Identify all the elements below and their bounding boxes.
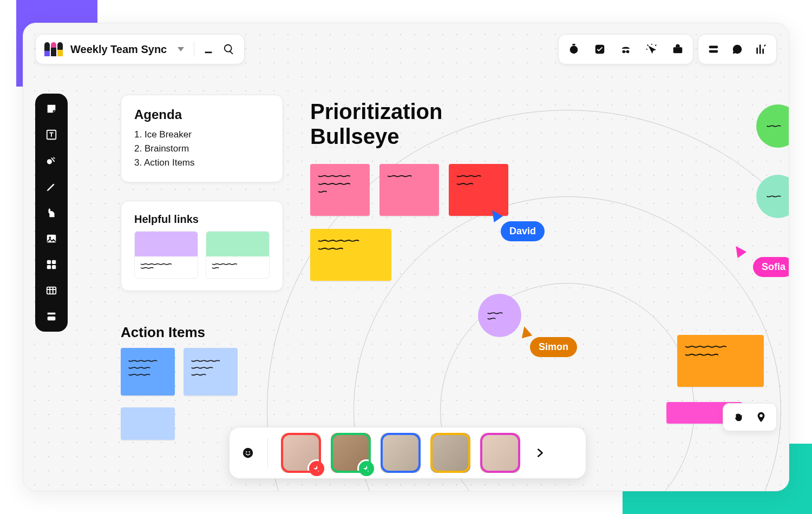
- sticky-note-orange[interactable]: [677, 335, 764, 387]
- sticky-note-lightblue[interactable]: [121, 407, 175, 440]
- sticky-note-icon[interactable]: [44, 101, 59, 116]
- participant-avatar[interactable]: ★: [281, 433, 321, 473]
- tool-dock: [35, 94, 68, 332]
- avatar-image: [480, 433, 520, 473]
- svg-point-20: [246, 451, 247, 452]
- svg-point-19: [243, 448, 253, 458]
- avatar-image: [331, 433, 371, 473]
- sticky-note-lightblue[interactable]: [184, 348, 238, 396]
- cursor-click-icon[interactable]: [645, 43, 658, 56]
- svg-point-4: [626, 50, 630, 54]
- cursor-tag: Sofia: [753, 257, 789, 277]
- sticky-note-blue[interactable]: [121, 348, 175, 396]
- text-frame-icon[interactable]: [44, 127, 59, 142]
- app-window: Weekly Team Sync Agenda: [23, 23, 789, 491]
- cursor-tag: David: [501, 221, 545, 241]
- svg-point-11: [49, 236, 51, 239]
- svg-point-3: [623, 50, 626, 54]
- location-pin-icon[interactable]: [755, 411, 768, 424]
- sticky-note-yellow[interactable]: [310, 229, 391, 281]
- view-controls-panel: [723, 403, 777, 431]
- download-icon[interactable]: [202, 43, 215, 56]
- timer-icon[interactable]: [567, 43, 580, 56]
- cursor-tag: Simon: [530, 337, 577, 357]
- avatar-image: [281, 433, 321, 473]
- dock-icon[interactable]: [44, 309, 59, 324]
- top-toolbar-b: [698, 34, 777, 64]
- links-card[interactable]: Helpful links: [121, 201, 283, 291]
- board-title-bar: Weekly Team Sync: [35, 34, 245, 64]
- participant-avatar[interactable]: [430, 433, 470, 473]
- link-thumbnail[interactable]: [134, 231, 198, 279]
- board-title[interactable]: Weekly Team Sync: [70, 43, 167, 56]
- agenda-heading: Agenda: [134, 107, 270, 122]
- table-icon[interactable]: [44, 283, 59, 298]
- participant-avatar[interactable]: ★: [331, 433, 371, 473]
- svg-rect-5: [673, 47, 683, 53]
- avatar-image: [430, 433, 470, 473]
- top-toolbar-a: [558, 34, 693, 64]
- svg-rect-18: [48, 317, 56, 320]
- svg-rect-13: [52, 260, 56, 264]
- svg-point-0: [570, 46, 578, 54]
- action-items-title: Action Items: [121, 324, 205, 341]
- svg-rect-6: [709, 46, 718, 49]
- host-badge-icon: ★: [309, 461, 324, 476]
- checkbox-icon[interactable]: [593, 43, 606, 56]
- svg-rect-17: [48, 313, 56, 315]
- sticky-note-pink[interactable]: [310, 164, 370, 216]
- reactions-icon[interactable]: [241, 446, 254, 459]
- app-logo-icon: [44, 40, 63, 58]
- participant-avatar[interactable]: [480, 433, 520, 473]
- image-icon[interactable]: [44, 231, 59, 246]
- list-icon[interactable]: [707, 43, 720, 56]
- comment-icon[interactable]: [731, 43, 744, 56]
- agenda-item: Action Items: [134, 156, 270, 170]
- participant-avatar[interactable]: [381, 433, 421, 473]
- link-thumbnail[interactable]: [206, 231, 270, 279]
- toolbox-icon[interactable]: [671, 43, 684, 56]
- hand-icon[interactable]: [732, 411, 745, 424]
- separator: [194, 42, 194, 57]
- svg-point-9: [47, 159, 52, 164]
- svg-rect-7: [709, 50, 718, 53]
- sticky-note-pink[interactable]: [379, 164, 439, 216]
- svg-rect-16: [47, 287, 56, 294]
- agenda-item: Brainstorm: [134, 142, 270, 156]
- svg-rect-15: [52, 265, 56, 269]
- agenda-card[interactable]: Agenda Ice Breaker Brainstorm Action Ite…: [121, 95, 283, 182]
- svg-rect-1: [572, 44, 575, 45]
- links-heading: Helpful links: [134, 213, 270, 226]
- avatar-image: [381, 433, 421, 473]
- thumbnail-swatch: [206, 232, 269, 256]
- search-icon[interactable]: [222, 43, 235, 56]
- next-participants-button[interactable]: [530, 443, 549, 463]
- sticky-note-red[interactable]: [449, 164, 508, 216]
- pen-icon[interactable]: [44, 179, 59, 194]
- apps-icon[interactable]: [44, 257, 59, 272]
- agenda-list: Ice Breaker Brainstorm Action Items: [134, 128, 270, 170]
- chevron-down-icon[interactable]: [178, 47, 184, 51]
- incognito-icon[interactable]: [619, 43, 632, 56]
- agenda-item: Ice Breaker: [134, 128, 270, 142]
- separator: [267, 438, 268, 468]
- svg-rect-14: [47, 265, 51, 269]
- llama-icon[interactable]: [44, 205, 59, 220]
- chart-icon[interactable]: [755, 43, 768, 56]
- cohost-badge-icon: ★: [359, 461, 374, 476]
- shapes-icon[interactable]: [44, 153, 59, 168]
- svg-point-21: [249, 451, 250, 452]
- participants-bar: ★ ★: [229, 427, 586, 479]
- svg-rect-12: [47, 260, 51, 264]
- thumbnail-caption: [135, 256, 198, 278]
- thumbnail-caption: [206, 256, 269, 278]
- thumbnail-swatch: [135, 232, 198, 256]
- bullseye-dot-lilac[interactable]: [478, 294, 521, 337]
